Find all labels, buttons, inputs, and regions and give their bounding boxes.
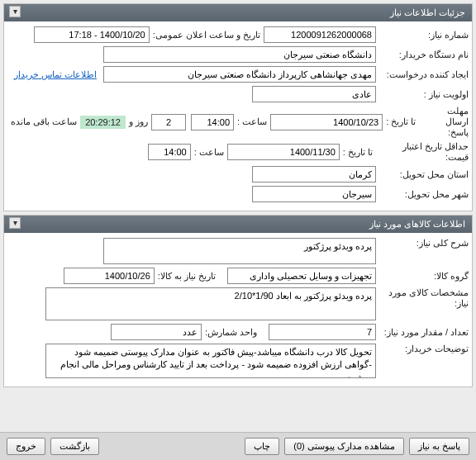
announce-label: تاریخ و ساعت اعلان عمومی: bbox=[150, 30, 264, 40]
desc-label: شرح کلی نیاز: bbox=[376, 238, 469, 249]
panel1-body: شماره نیاز: تاریخ و ساعت اعلان عمومی: نا… bbox=[4, 21, 472, 211]
need-date-input[interactable] bbox=[64, 268, 155, 284]
days-label: روز و bbox=[126, 116, 151, 127]
valid-time-input[interactable] bbox=[148, 144, 191, 160]
contact-link[interactable]: اطلاعات تماس خریدار bbox=[14, 69, 97, 80]
announce-input[interactable] bbox=[34, 26, 150, 43]
priority-input[interactable] bbox=[252, 86, 376, 102]
panel2-header: اطلاعات کالاهای مورد نیاز ▾ bbox=[4, 216, 472, 233]
buyer-label: نام دستگاه خریدار: bbox=[376, 50, 469, 60]
reply-date-input[interactable] bbox=[270, 114, 383, 130]
unit-label: واحد شمارش: bbox=[202, 327, 260, 338]
need-no-input[interactable] bbox=[264, 26, 376, 43]
countdown: 20:29:12 bbox=[80, 116, 126, 129]
buyer-input[interactable] bbox=[103, 46, 376, 63]
city-input[interactable] bbox=[252, 186, 376, 202]
to-date-label-1: تا تاریخ : bbox=[383, 116, 419, 127]
spec-label: مشخصات کالای مورد نیاز: bbox=[376, 287, 469, 309]
time-label-2: ساعت : bbox=[191, 147, 227, 158]
buyer-notes-textarea[interactable] bbox=[45, 344, 376, 378]
goods-info-panel: اطلاعات کالاهای مورد نیاز ▾ شرح کلی نیاز… bbox=[3, 215, 473, 387]
need-date-label: تاریخ نیاز به کالا: bbox=[155, 271, 219, 282]
spec-textarea[interactable] bbox=[45, 287, 376, 320]
qty-input[interactable] bbox=[269, 324, 376, 340]
group-label: گروه کالا: bbox=[376, 271, 469, 282]
city-label: شهر محل تحویل: bbox=[376, 189, 469, 200]
attachments-button[interactable]: مشاهده مدارک پیوستی (0) bbox=[284, 438, 404, 455]
panel2-title: اطلاعات کالاهای مورد نیاز bbox=[369, 219, 465, 229]
panel1-title: جزئیات اطلاعات نیاز bbox=[390, 7, 465, 17]
province-label: استان محل تحویل: bbox=[376, 169, 469, 180]
collapse-icon[interactable]: ▾ bbox=[9, 6, 21, 17]
panel2-body: شرح کلی نیاز: گروه کالا: تاریخ نیاز به ک… bbox=[4, 233, 472, 386]
time-label-1: ساعت : bbox=[234, 116, 270, 127]
need-no-label: شماره نیاز: bbox=[376, 30, 469, 40]
back-button[interactable]: بازگشت bbox=[50, 438, 99, 455]
reply-button[interactable]: پاسخ به نیاز bbox=[409, 438, 469, 455]
min-valid-label: حداقل تاریخ اعتبار قیمت: bbox=[376, 141, 469, 163]
group-input[interactable] bbox=[227, 268, 376, 284]
desc-textarea[interactable] bbox=[103, 238, 376, 264]
footer-bar: پاسخ به نیاز مشاهده مدارک پیوستی (0) چاپ… bbox=[0, 432, 476, 460]
reply-deadline-label: مهلت ارسال پاسخ: bbox=[419, 106, 469, 138]
requester-input[interactable] bbox=[103, 66, 376, 83]
buyer-notes-label: توضیحات خریدار: bbox=[376, 344, 469, 354]
need-details-panel: جزئیات اطلاعات نیاز ▾ شماره نیاز: تاریخ … bbox=[3, 3, 473, 211]
remain-label: ساعت باقی مانده bbox=[7, 116, 80, 127]
to-date-label-2: تا تاریخ : bbox=[340, 147, 376, 158]
footer-spacer bbox=[104, 438, 240, 455]
exit-button[interactable]: خروج bbox=[7, 438, 45, 455]
priority-label: اولویت نیاز : bbox=[376, 89, 469, 100]
qty-label: تعداد / مقدار مورد نیاز: bbox=[376, 327, 469, 338]
print-button[interactable]: چاپ bbox=[245, 438, 279, 455]
province-input[interactable] bbox=[252, 166, 376, 183]
collapse-icon-2[interactable]: ▾ bbox=[9, 217, 21, 229]
reply-time-input[interactable] bbox=[191, 114, 234, 130]
unit-input[interactable] bbox=[111, 324, 202, 340]
valid-date-input[interactable] bbox=[227, 144, 340, 160]
days-input[interactable] bbox=[151, 114, 186, 130]
requester-label: ایجاد کننده درخواست: bbox=[376, 69, 469, 80]
panel1-header: جزئیات اطلاعات نیاز ▾ bbox=[4, 4, 472, 21]
